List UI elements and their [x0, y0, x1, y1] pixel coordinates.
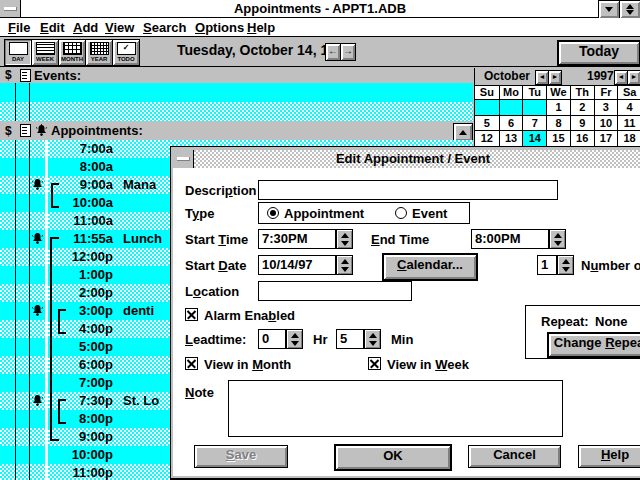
calendar-day[interactable]: 6 — [499, 115, 523, 131]
help-button[interactable]: Help — [578, 445, 640, 468]
start-date-spinner[interactable] — [336, 255, 353, 275]
day-view-button[interactable]: DAY — [4, 39, 32, 66]
calendar-prev-year-button[interactable]: ◄ — [614, 70, 628, 85]
note-label: Note — [185, 385, 214, 400]
calendar-day[interactable]: 16 — [570, 130, 594, 146]
calendar-day[interactable]: 10 — [594, 115, 618, 131]
note-icon — [20, 124, 31, 137]
appointment-label: St. Lo — [123, 392, 159, 410]
spin-up-icon — [341, 233, 349, 238]
calendar-day[interactable]: 3 — [594, 99, 618, 115]
view-in-week-checkbox[interactable] — [368, 357, 381, 370]
calendar-day[interactable] — [499, 99, 523, 115]
menu-search[interactable]: Search — [143, 20, 186, 35]
type-appointment-label[interactable]: Appointment — [284, 206, 364, 221]
appointment-label: denti — [123, 302, 154, 320]
calendar-day[interactable]: 18 — [617, 130, 640, 146]
duration-bracket — [58, 399, 66, 424]
month-view-button[interactable]: MONTH — [58, 39, 86, 66]
calendar-button[interactable]: Calendar... — [382, 253, 478, 281]
note-icon — [20, 69, 31, 82]
description-label: Description — [185, 183, 257, 198]
calendar-day[interactable]: 9 — [570, 115, 594, 131]
alarm-enabled-label[interactable]: Alarm Enabled — [204, 308, 295, 323]
menu-help[interactable]: Help — [247, 20, 275, 35]
end-time-spinner[interactable] — [549, 229, 566, 249]
events-row-1[interactable] — [0, 83, 473, 102]
dialog-system-menu-button[interactable] — [174, 150, 194, 168]
calendar-day[interactable]: 2 — [570, 99, 594, 115]
month-view-icon — [63, 42, 82, 55]
time-slot: 10:00p — [48, 446, 113, 464]
spin-down-icon — [562, 267, 570, 272]
calendar-day[interactable]: 1 — [546, 99, 570, 115]
type-label: Type — [185, 206, 214, 221]
calendar-day[interactable] — [522, 99, 546, 115]
start-time-input[interactable]: 7:30PM — [258, 229, 336, 249]
spin-down-icon — [341, 267, 349, 272]
view-in-week-label[interactable]: View in Week — [387, 357, 469, 372]
calendar-day-selected[interactable]: 14 — [522, 130, 546, 146]
leadtime-hr-spinner[interactable] — [286, 329, 303, 349]
cancel-button[interactable]: Cancel — [468, 445, 561, 468]
appointments-title: Appointments: — [51, 121, 143, 140]
ok-button[interactable]: OK — [334, 444, 452, 471]
view-in-month-checkbox[interactable] — [185, 357, 198, 370]
type-appointment-radio[interactable] — [267, 207, 279, 219]
change-repeat-button[interactable]: Change Repea — [547, 332, 640, 358]
calendar-day[interactable]: 11 — [617, 115, 640, 131]
calendar-day[interactable]: 17 — [594, 130, 618, 146]
alarm-enabled-checkbox[interactable] — [185, 308, 198, 321]
day-name: Tu — [522, 86, 546, 99]
calendar-day[interactable]: 13 — [499, 130, 523, 146]
calendar-day[interactable]: 7 — [522, 115, 546, 131]
spin-down-icon — [291, 341, 299, 346]
calendar-day-names: Su Mo Tu We Th Fr Sa — [475, 85, 640, 99]
note-textarea[interactable] — [228, 380, 563, 437]
calendar-day[interactable]: 12 — [475, 130, 499, 146]
start-time-spinner[interactable] — [336, 229, 353, 249]
calendar-prev-month-button[interactable]: ◄ — [535, 70, 549, 85]
minimize-button[interactable] — [598, 0, 620, 19]
leadtime-hr-input[interactable]: 0 — [258, 329, 286, 349]
menu-options[interactable]: Options — [195, 20, 244, 35]
description-input[interactable]: St. Louis Brass Quintet concert - Mt. Pl… — [258, 180, 558, 200]
calendar-day[interactable]: 15 — [546, 130, 570, 146]
restore-down-icon — [626, 10, 634, 15]
menu-add[interactable]: Add — [73, 20, 98, 35]
week-view-button[interactable]: WEEK — [31, 39, 59, 66]
next-day-button[interactable]: → — [340, 43, 356, 61]
calendar-day[interactable]: 4 — [617, 99, 640, 115]
year-view-button[interactable]: YEAR — [85, 39, 113, 66]
spin-down-icon — [341, 241, 349, 246]
calendar-day[interactable]: 5 — [475, 115, 499, 131]
dollar-icon: $ — [5, 122, 12, 141]
day-name: Su — [475, 86, 499, 99]
week-view-icon — [36, 42, 55, 55]
type-event-label[interactable]: Event — [412, 206, 447, 221]
location-input[interactable] — [258, 281, 412, 301]
menu-edit[interactable]: Edit — [40, 20, 65, 35]
calendar-next-year-button[interactable]: ► — [627, 70, 640, 85]
type-event-radio[interactable] — [395, 207, 407, 219]
leadtime-min-spinner[interactable] — [364, 329, 381, 349]
prev-day-button[interactable]: ← — [325, 43, 341, 61]
bell-icon — [31, 394, 44, 407]
restore-button[interactable] — [619, 0, 640, 19]
end-time-input[interactable]: 8:00PM — [471, 229, 549, 249]
calendar-day[interactable]: 8 — [546, 115, 570, 131]
start-date-input[interactable]: 10/14/97 — [258, 255, 336, 275]
events-row-2[interactable] — [0, 102, 473, 121]
leadtime-min-input[interactable]: 5 — [336, 329, 364, 349]
menu-view[interactable]: View — [105, 20, 134, 35]
start-date-label: Start Date — [185, 258, 246, 273]
todo-view-button[interactable]: ✓ TODO — [112, 39, 140, 66]
calendar-day[interactable] — [475, 99, 499, 115]
spin-down-icon — [369, 341, 377, 346]
calendar-next-month-button[interactable]: ► — [548, 70, 562, 85]
number-of-spinner[interactable] — [557, 255, 574, 275]
view-in-month-label[interactable]: View in Month — [204, 357, 291, 372]
number-of-input[interactable]: 1 — [537, 255, 557, 275]
menu-file[interactable]: File — [8, 20, 30, 35]
today-button[interactable]: Today — [557, 40, 640, 66]
